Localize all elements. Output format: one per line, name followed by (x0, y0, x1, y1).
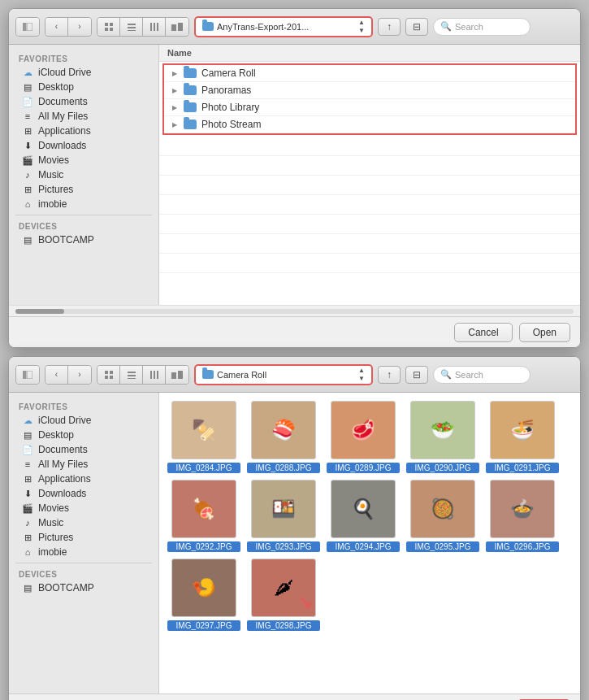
sidebar-label-movies: Movies (38, 154, 69, 166)
svg-rect-19 (110, 376, 113, 379)
path-text-1: AnyTrans-Export-201... (217, 22, 355, 32)
cloud-icon-2: ☁ (22, 415, 33, 426)
sidebar-toggle-btn-2[interactable] (16, 366, 39, 384)
cancel-btn-1[interactable]: Cancel (454, 323, 512, 342)
grid-item-IMG_0290-JPG[interactable]: 🥗IMG_0290.JPG (406, 401, 479, 473)
downloads-icon-2: ⬇ (22, 488, 33, 499)
sidebar-item-movies-2[interactable]: 🎬 Movies (12, 501, 155, 515)
sidebar-item-documents-2[interactable]: 📄 Documents (12, 442, 155, 457)
cover-flow-btn-2[interactable] (166, 366, 188, 384)
search-placeholder-2: Search (455, 370, 483, 380)
sidebar-item-desktop[interactable]: ▤ Desktop (12, 80, 155, 94)
share-btn-1[interactable]: ↑ (378, 18, 401, 36)
empty-row (159, 254, 580, 273)
sidebar-item-allmyfiles-2[interactable]: ≡ All My Files (12, 457, 155, 472)
sidebar-1: Favorites ☁ iCloud Drive ▤ Desktop 📄 Doc… (9, 45, 159, 305)
grid-thumb-4: 🍜 (490, 401, 555, 459)
food-image-3: 🥗 (411, 402, 474, 459)
file-label-photo-stream: Photo Stream (201, 119, 261, 130)
sidebar-item-downloads-2[interactable]: ⬇ Downloads (12, 486, 155, 501)
sidebar-toggle-btn[interactable] (16, 18, 39, 36)
favorites-label-2: Favorites (9, 399, 158, 413)
grid-item-IMG_0294-JPG[interactable]: 🍳IMG_0294.JPG (327, 480, 400, 552)
expand-arrow: ▶ (172, 70, 179, 77)
grid-label-5: IMG_0292.JPG (167, 541, 240, 552)
sidebar-item-imobie-2[interactable]: ⌂ imobie (12, 545, 155, 559)
icon-view-btn[interactable] (97, 18, 120, 36)
icon-view-btn-2[interactable] (97, 366, 120, 384)
sidebar-item-icloud-2[interactable]: ☁ iCloud Drive (12, 413, 155, 428)
forward-btn[interactable]: › (68, 18, 91, 36)
cover-flow-btn[interactable] (166, 18, 188, 36)
list-view-btn[interactable] (120, 18, 143, 36)
grid-item-IMG_0289-JPG[interactable]: 🥩IMG_0289.JPG (327, 401, 400, 473)
open-btn-1[interactable]: Open (519, 323, 570, 342)
window-controls (15, 17, 40, 37)
grid-item-IMG_0293-JPG[interactable]: 🍱IMG_0293.JPG (247, 480, 320, 552)
back-btn-2[interactable]: ‹ (45, 366, 68, 384)
file-item-panoramas[interactable]: ▶ Panoramas (164, 82, 575, 99)
grid-item-IMG_0298-JPG[interactable]: 🌶↘IMG_0298.JPG (247, 559, 320, 631)
sidebar-item-bootcamp[interactable]: ▤ BOOTCAMP (12, 233, 155, 247)
sidebar-item-applications-2[interactable]: ⊞ Applications (12, 472, 155, 486)
empty-row (159, 156, 580, 176)
sidebar-item-pictures[interactable]: ⊞ Pictures (12, 182, 155, 197)
arrange-btn-1[interactable]: ⊟ (405, 18, 428, 36)
column-view-btn[interactable] (143, 18, 166, 36)
finder-body-1: Favorites ☁ iCloud Drive ▤ Desktop 📄 Doc… (9, 45, 580, 305)
bootcamp-icon-2: ▤ (22, 582, 33, 593)
file-item-camera-roll[interactable]: ▶ Camera Roll (164, 65, 575, 82)
grid-item-IMG_0291-JPG[interactable]: 🍜IMG_0291.JPG (486, 401, 559, 473)
column-view-btn-2[interactable] (143, 366, 166, 384)
path-arrows-2: ▲▼ (358, 367, 365, 382)
sidebar-label-pictures-2: Pictures (38, 532, 73, 543)
sidebar-item-imobie[interactable]: ⌂ imobie (12, 197, 155, 211)
path-arrows: ▲▼ (358, 19, 365, 34)
sidebar-item-music[interactable]: ♪ Music (12, 167, 155, 182)
search-bar-1[interactable]: 🔍 Search (433, 18, 531, 36)
sidebar-divider-2 (15, 563, 152, 563)
food-image-5: 🍖 (172, 480, 236, 537)
file-item-photo-library[interactable]: ▶ Photo Library (164, 99, 575, 116)
grid-item-IMG_0292-JPG[interactable]: 🍖IMG_0292.JPG (167, 480, 240, 552)
file-item-photo-stream[interactable]: ▶ Photo Stream (164, 116, 575, 133)
grid-item-IMG_0295-JPG[interactable]: 🥘IMG_0295.JPG (406, 480, 479, 552)
grid-label-9: IMG_0296.JPG (486, 541, 559, 552)
share-btn-2[interactable]: ↑ (378, 366, 401, 384)
grid-thumb-9: 🍲 (490, 480, 555, 538)
svg-rect-14 (23, 371, 26, 379)
sidebar-item-icloud[interactable]: ☁ iCloud Drive (12, 65, 155, 80)
grid-item-IMG_0296-JPG[interactable]: 🍲IMG_0296.JPG (486, 480, 559, 552)
sidebar-item-applications[interactable]: ⊞ Applications (12, 124, 155, 138)
svg-rect-0 (23, 23, 26, 31)
desktop-icon: ▤ (22, 81, 33, 93)
forward-btn-2[interactable]: › (68, 366, 91, 384)
grid-item-IMG_0284-JPG[interactable]: 🍢IMG_0284.JPG (167, 401, 240, 473)
grid-item-IMG_0288-JPG[interactable]: 🍣IMG_0288.JPG (247, 401, 320, 473)
grid-item-IMG_0297-JPG[interactable]: 🍤IMG_0297.JPG (167, 559, 240, 631)
scrollbar-track-1[interactable] (15, 309, 574, 314)
sidebar-divider-1 (15, 215, 152, 215)
path-text-2: Camera Roll (217, 370, 355, 380)
sidebar-item-pictures-2[interactable]: ⊞ Pictures (12, 530, 155, 545)
food-image-8: 🥘 (411, 480, 474, 537)
sidebar-item-allmyfiles[interactable]: ≡ All My Files (12, 109, 155, 124)
svg-rect-17 (110, 371, 113, 374)
back-btn[interactable]: ‹ (45, 18, 68, 36)
folder-icon (202, 22, 214, 31)
name-column-header: Name (167, 48, 192, 58)
sidebar-item-movies[interactable]: 🎬 Movies (12, 153, 155, 167)
scrollbar-thumb-1[interactable] (15, 309, 64, 314)
arrange-btn-2[interactable]: ⊟ (405, 366, 428, 384)
sidebar-item-downloads[interactable]: ⬇ Downloads (12, 138, 155, 153)
sidebar-item-bootcamp-2[interactable]: ▤ BOOTCAMP (12, 580, 155, 595)
sidebar-item-music-2[interactable]: ♪ Music (12, 515, 155, 530)
sidebar-item-documents[interactable]: 📄 Documents (12, 94, 155, 109)
folder-icon-photo-stream (184, 120, 197, 129)
search-bar-2[interactable]: 🔍 Search (433, 366, 531, 384)
path-bar-2[interactable]: Camera Roll ▲▼ (194, 364, 373, 385)
list-view-btn-2[interactable] (120, 366, 143, 384)
grid-thumb-1: 🍣 (251, 401, 316, 459)
path-bar-1[interactable]: AnyTrans-Export-201... ▲▼ (194, 16, 373, 37)
sidebar-item-desktop-2[interactable]: ▤ Desktop (12, 428, 155, 442)
